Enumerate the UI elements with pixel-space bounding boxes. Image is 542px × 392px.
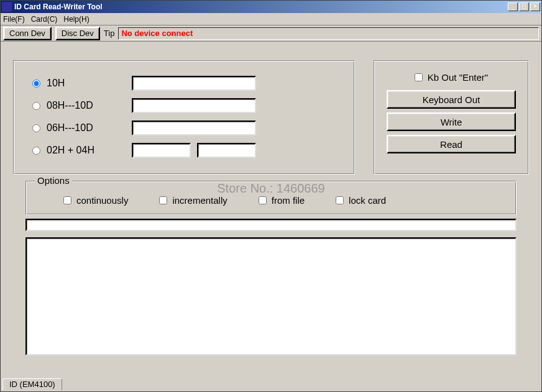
keyboard-out-button[interactable]: Keyboard Out xyxy=(387,90,516,109)
read-button[interactable]: Read xyxy=(387,135,516,153)
titlebar: ID Card Read-Writer Tool _ □ × xyxy=(1,1,541,13)
tip-label: Tip xyxy=(104,29,115,38)
from-file-option[interactable]: from file xyxy=(259,195,305,206)
radio-10h[interactable]: 10H xyxy=(32,78,132,89)
tab-id-em4100[interactable]: ID (EM4100) xyxy=(2,378,62,390)
radio-08h-input[interactable] xyxy=(32,102,40,110)
menu-card[interactable]: Card(C) xyxy=(31,15,58,24)
radio-06h[interactable]: 06H---10D xyxy=(32,122,132,134)
options-group: Options continuously incrementally from … xyxy=(25,181,517,215)
write-button[interactable]: Write xyxy=(387,112,516,131)
continuously-checkbox[interactable] xyxy=(63,196,71,204)
input-10h[interactable] xyxy=(132,76,256,91)
conn-dev-button[interactable]: Conn Dev xyxy=(3,27,52,40)
incrementally-label: incrementally xyxy=(172,195,227,206)
action-group: Kb Out "Enter" Keyboard Out Write Read xyxy=(374,60,529,175)
client-area: 10H 08H---10D 06H---10D xyxy=(1,42,541,391)
radio-08h-label: 08H---10D xyxy=(47,100,93,111)
format-group: 10H 08H---10D 06H---10D xyxy=(13,60,355,175)
incrementally-checkbox[interactable] xyxy=(159,196,167,204)
maximize-button[interactable]: □ xyxy=(519,2,529,11)
app-icon xyxy=(2,2,12,12)
radio-08h[interactable]: 08H---10D xyxy=(32,100,132,111)
input-06h[interactable] xyxy=(132,121,256,135)
continuously-label: continuously xyxy=(76,195,128,206)
from-file-checkbox[interactable] xyxy=(259,196,267,204)
input-02h-b[interactable] xyxy=(197,143,256,158)
disc-dev-button[interactable]: Disc Dev xyxy=(55,27,100,40)
window-title: ID Card Read-Writer Tool xyxy=(14,2,508,11)
log-textarea[interactable] xyxy=(25,237,517,355)
radio-02h04h[interactable]: 02H + 04H xyxy=(32,145,132,156)
incrementally-option[interactable]: incrementally xyxy=(159,195,227,206)
close-button[interactable]: × xyxy=(530,2,540,11)
menubar: File(F) Card(C) Help(H) xyxy=(1,13,541,25)
tip-field: No device connect xyxy=(118,27,539,40)
input-02h-a[interactable] xyxy=(132,143,191,158)
status-input[interactable] xyxy=(25,219,517,231)
radio-10h-label: 10H xyxy=(47,78,65,89)
radio-06h-input[interactable] xyxy=(32,124,40,132)
lock-card-checkbox[interactable] xyxy=(336,196,344,204)
toolbar: Conn Dev Disc Dev Tip No device connect xyxy=(1,25,541,42)
radio-10h-input[interactable] xyxy=(32,80,40,88)
menu-help[interactable]: Help(H) xyxy=(63,15,89,24)
radio-02h04h-label: 02H + 04H xyxy=(47,145,94,156)
radio-02h04h-input[interactable] xyxy=(32,147,40,155)
lock-card-label: lock card xyxy=(349,195,386,206)
kbout-checkbox[interactable] xyxy=(415,73,423,81)
minimize-button[interactable]: _ xyxy=(508,2,518,11)
from-file-label: from file xyxy=(272,195,305,206)
menu-file[interactable]: File(F) xyxy=(3,15,25,24)
input-08h[interactable] xyxy=(132,98,256,113)
options-legend: Options xyxy=(35,175,72,186)
continuously-option[interactable]: continuously xyxy=(63,195,128,206)
kbout-label: Kb Out "Enter" xyxy=(428,72,488,83)
radio-06h-label: 06H---10D xyxy=(47,122,93,134)
lock-card-option[interactable]: lock card xyxy=(336,195,386,206)
